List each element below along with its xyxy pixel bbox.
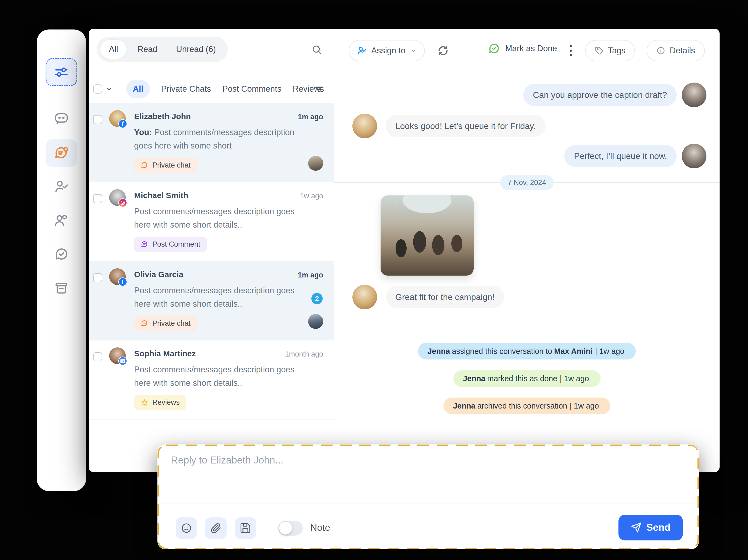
private-chat-icon <box>141 319 148 327</box>
tab-all[interactable]: All <box>100 40 127 59</box>
details-button[interactable]: Details <box>647 40 705 62</box>
avatar: G <box>109 347 126 364</box>
filter-all[interactable]: All <box>126 80 150 98</box>
reply-composer: Note Send <box>158 444 699 549</box>
star-icon <box>141 398 148 407</box>
chat-item-sophia-martinez[interactable]: G Sophia Martinez 1month ago Post commen… <box>89 340 334 419</box>
chatbot-icon <box>54 111 69 126</box>
assign-to-button[interactable]: Assign to <box>349 40 425 62</box>
sidebar-item-filter-settings[interactable] <box>46 58 77 86</box>
instagram-icon <box>118 198 127 207</box>
chat-item-elizabeth-john[interactable]: f Elizabeth John 1m ago You: Post commen… <box>89 103 334 182</box>
sidebar-item-chatbot[interactable] <box>46 104 77 132</box>
chat-item-olivia-garcia[interactable]: f Olivia Garcia 1m ago Post comments/mes… <box>89 261 334 340</box>
event-action: marked this as done <box>487 374 557 383</box>
avatar <box>109 189 126 206</box>
archive-icon <box>54 281 69 296</box>
google-business-icon: G <box>118 357 127 365</box>
sidebar-item-assigned[interactable] <box>46 173 77 200</box>
reply-input[interactable] <box>171 455 683 495</box>
event-action: archived this conversation <box>477 401 567 410</box>
chat-checkbox[interactable] <box>93 273 102 282</box>
chat-checkbox[interactable] <box>93 194 102 203</box>
info-icon <box>656 46 665 55</box>
emoji-icon <box>181 522 192 534</box>
chat-items: f Elizabeth John 1m ago You: Post commen… <box>89 103 334 419</box>
filter-post-comments[interactable]: Post Comments <box>222 84 282 94</box>
message-bubble-incoming: Great fit for the campaign! <box>386 286 504 308</box>
note-toggle[interactable] <box>278 520 303 536</box>
main-panel: All Read Unread (6) All Private Chats Po… <box>89 29 720 472</box>
chat-preview: Post comments/messages description goes … <box>134 284 295 311</box>
sidebar-item-contacts[interactable] <box>46 206 77 234</box>
attachment-button[interactable] <box>205 517 227 539</box>
sidebar-item-inbox-chats[interactable] <box>46 139 77 167</box>
tab-read[interactable]: Read <box>129 40 166 59</box>
chat-time: 1month ago <box>285 350 323 359</box>
chat-name: Michael Smith <box>134 191 188 200</box>
contacts-icon <box>54 213 69 228</box>
send-button[interactable]: Send <box>618 515 683 540</box>
save-draft-button[interactable] <box>235 517 256 539</box>
sidebar-item-done-chats[interactable] <box>46 240 77 268</box>
chat-checkbox[interactable] <box>93 115 102 124</box>
event-actor: Jenna <box>453 401 475 410</box>
refresh-icon[interactable] <box>437 45 449 56</box>
unread-count-badge: 2 <box>311 293 323 304</box>
sliders-icon <box>54 64 69 80</box>
chat-time: 1w ago <box>300 192 323 200</box>
more-options-icon[interactable] <box>565 43 576 59</box>
tab-unread[interactable]: Unread (6) <box>168 40 225 59</box>
chevron-down-icon <box>410 47 417 54</box>
filter-private-chats[interactable]: Private Chats <box>161 84 211 94</box>
avatar: f <box>109 110 126 127</box>
done-check-icon <box>488 42 500 55</box>
conversation-panel: Assign to Mark as Done <box>334 29 720 472</box>
preview-you-prefix: You: <box>134 128 152 137</box>
emoji-button[interactable] <box>176 517 197 539</box>
chevron-down-icon[interactable] <box>105 85 113 93</box>
private-chat-icon <box>141 162 148 169</box>
chat-item-michael-smith[interactable]: Michael Smith 1w ago Post comments/messa… <box>89 182 334 261</box>
chat-name: Elizabeth John <box>134 112 191 121</box>
event-time: | 1w ago <box>560 374 589 383</box>
facebook-icon: f <box>118 119 127 128</box>
chats-icon <box>54 145 69 161</box>
photo-message[interactable] <box>380 195 474 275</box>
filter-row: All Private Chats Post Comments Reviews <box>89 75 334 103</box>
chat-time: 1m ago <box>298 113 323 121</box>
assignee-avatar <box>308 156 323 171</box>
tag-private-chat: Private chat <box>134 158 197 173</box>
search-button[interactable] <box>311 44 324 56</box>
filter-icon[interactable] <box>314 84 324 94</box>
chat-time: 1m ago <box>298 271 323 279</box>
facebook-icon: f <box>118 277 127 286</box>
sidebar <box>37 29 86 491</box>
paperclip-icon <box>210 522 222 534</box>
composer-divider <box>158 503 699 504</box>
conversation-toolbar: Assign to Mark as Done <box>334 29 720 72</box>
search-icon <box>311 44 323 55</box>
app-canvas: All Read Unread (6) All Private Chats Po… <box>0 0 748 560</box>
chat-name: Olivia Garcia <box>134 270 183 279</box>
system-event-archived: Jenna archived this conversation | 1w ag… <box>443 397 610 414</box>
tag-private-chat: Private chat <box>134 316 197 331</box>
details-label: Details <box>670 46 695 55</box>
assign-to-label: Assign to <box>371 46 405 55</box>
save-icon <box>239 522 251 534</box>
tags-label: Tags <box>608 46 626 55</box>
date-divider: 7 Nov, 2024 <box>500 175 554 190</box>
mark-as-done-button[interactable]: Mark as Done <box>488 42 557 55</box>
send-label: Send <box>646 522 671 533</box>
select-all-checkbox[interactable] <box>93 84 102 94</box>
avatar: f <box>109 268 126 285</box>
system-event-done: Jenna marked this as done | 1w ago <box>453 370 601 387</box>
note-label: Note <box>310 522 330 533</box>
chat-checkbox[interactable] <box>93 352 102 361</box>
sidebar-item-archive[interactable] <box>46 274 77 302</box>
assign-person-icon <box>357 46 367 56</box>
send-plane-icon <box>631 522 641 533</box>
assignee-avatar <box>308 314 323 329</box>
toggle-knob <box>279 522 292 535</box>
tags-button[interactable]: Tags <box>585 40 635 62</box>
